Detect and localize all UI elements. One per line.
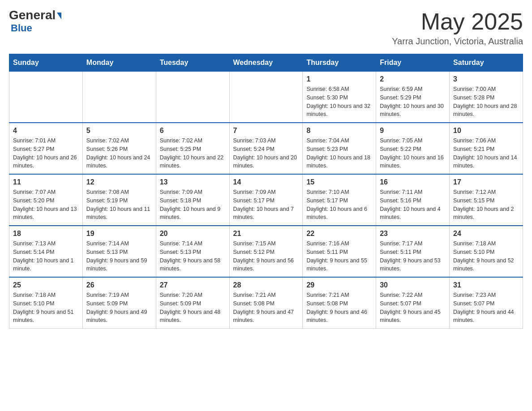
- day-info: Sunrise: 7:22 AMSunset: 5:07 PMDaylight:…: [380, 291, 446, 325]
- day-info: Sunrise: 7:04 AMSunset: 5:23 PMDaylight:…: [306, 137, 372, 170]
- day-number: 9: [380, 127, 446, 135]
- day-number: 20: [160, 230, 226, 238]
- day-number: 11: [13, 178, 79, 186]
- day-info: Sunrise: 7:14 AMSunset: 5:13 PMDaylight:…: [160, 240, 226, 273]
- day-number: 3: [453, 75, 519, 83]
- day-info: Sunrise: 7:18 AMSunset: 5:10 PMDaylight:…: [453, 240, 519, 273]
- day-info: Sunrise: 7:14 AMSunset: 5:13 PMDaylight:…: [86, 240, 152, 273]
- calendar-cell: 15Sunrise: 7:10 AMSunset: 5:17 PMDayligh…: [303, 174, 376, 226]
- calendar-cell: 16Sunrise: 7:11 AMSunset: 5:16 PMDayligh…: [376, 174, 450, 226]
- day-info: Sunrise: 7:23 AMSunset: 5:07 PMDaylight:…: [453, 291, 519, 325]
- calendar-cell: 31Sunrise: 7:23 AMSunset: 5:07 PMDayligh…: [450, 277, 523, 329]
- day-info: Sunrise: 7:15 AMSunset: 5:12 PMDaylight:…: [233, 240, 299, 273]
- weekday-header: Monday: [82, 54, 156, 72]
- calendar-cell: 30Sunrise: 7:22 AMSunset: 5:07 PMDayligh…: [376, 277, 450, 329]
- title-block: May 2025 Yarra Junction, Victoria, Austr…: [392, 9, 523, 47]
- calendar-cell: [229, 72, 303, 123]
- calendar-week-row: 11Sunrise: 7:07 AMSunset: 5:20 PMDayligh…: [9, 174, 523, 226]
- day-info: Sunrise: 7:00 AMSunset: 5:28 PMDaylight:…: [453, 85, 519, 119]
- calendar-cell: [156, 72, 229, 123]
- logo-general: General: [9, 9, 61, 21]
- day-number: 27: [160, 281, 226, 289]
- day-info: Sunrise: 7:17 AMSunset: 5:11 PMDaylight:…: [380, 240, 446, 273]
- calendar-cell: 11Sunrise: 7:07 AMSunset: 5:20 PMDayligh…: [9, 174, 83, 226]
- day-number: 5: [86, 127, 152, 135]
- day-number: 19: [86, 230, 152, 238]
- day-number: 18: [13, 230, 79, 238]
- calendar-cell: 18Sunrise: 7:13 AMSunset: 5:14 PMDayligh…: [9, 226, 83, 277]
- day-info: Sunrise: 7:02 AMSunset: 5:26 PMDaylight:…: [86, 137, 152, 170]
- calendar-cell: 5Sunrise: 7:02 AMSunset: 5:26 PMDaylight…: [82, 123, 156, 174]
- calendar-cell: 29Sunrise: 7:21 AMSunset: 5:08 PMDayligh…: [303, 277, 376, 329]
- location-title: Yarra Junction, Victoria, Australia: [392, 36, 523, 47]
- day-number: 16: [380, 178, 446, 186]
- day-info: Sunrise: 7:05 AMSunset: 5:22 PMDaylight:…: [380, 137, 446, 170]
- day-info: Sunrise: 7:20 AMSunset: 5:09 PMDaylight:…: [160, 291, 226, 325]
- day-info: Sunrise: 7:16 AMSunset: 5:11 PMDaylight:…: [306, 240, 372, 273]
- calendar-cell: 20Sunrise: 7:14 AMSunset: 5:13 PMDayligh…: [156, 226, 229, 277]
- day-info: Sunrise: 7:13 AMSunset: 5:14 PMDaylight:…: [13, 240, 79, 273]
- day-info: Sunrise: 7:06 AMSunset: 5:21 PMDaylight:…: [453, 137, 519, 170]
- calendar-cell: 21Sunrise: 7:15 AMSunset: 5:12 PMDayligh…: [229, 226, 303, 277]
- calendar-table: SundayMondayTuesdayWednesdayThursdayFrid…: [9, 54, 523, 329]
- day-info: Sunrise: 7:03 AMSunset: 5:24 PMDaylight:…: [233, 137, 299, 170]
- day-number: 10: [453, 127, 519, 135]
- calendar-cell: 14Sunrise: 7:09 AMSunset: 5:17 PMDayligh…: [229, 174, 303, 226]
- day-number: 12: [86, 178, 152, 186]
- calendar-cell: 17Sunrise: 7:12 AMSunset: 5:15 PMDayligh…: [450, 174, 523, 226]
- weekday-header: Wednesday: [229, 54, 303, 72]
- day-number: 4: [13, 127, 79, 135]
- day-number: 21: [233, 230, 299, 238]
- day-info: Sunrise: 7:18 AMSunset: 5:10 PMDaylight:…: [13, 291, 79, 325]
- day-info: Sunrise: 7:09 AMSunset: 5:18 PMDaylight:…: [160, 188, 226, 222]
- day-info: Sunrise: 7:07 AMSunset: 5:20 PMDaylight:…: [13, 188, 79, 222]
- weekday-header-row: SundayMondayTuesdayWednesdayThursdayFrid…: [9, 54, 523, 72]
- day-number: 7: [233, 127, 299, 135]
- weekday-header: Thursday: [303, 54, 376, 72]
- day-number: 25: [13, 281, 79, 289]
- calendar-cell: 8Sunrise: 7:04 AMSunset: 5:23 PMDaylight…: [303, 123, 376, 174]
- calendar-cell: 24Sunrise: 7:18 AMSunset: 5:10 PMDayligh…: [450, 226, 523, 277]
- day-number: 15: [306, 178, 372, 186]
- calendar-cell: 23Sunrise: 7:17 AMSunset: 5:11 PMDayligh…: [376, 226, 450, 277]
- day-number: 8: [306, 127, 372, 135]
- calendar-cell: 3Sunrise: 7:00 AMSunset: 5:28 PMDaylight…: [450, 72, 523, 123]
- calendar-cell: 1Sunrise: 6:58 AMSunset: 5:30 PMDaylight…: [303, 72, 376, 123]
- calendar-cell: 22Sunrise: 7:16 AMSunset: 5:11 PMDayligh…: [303, 226, 376, 277]
- day-number: 28: [233, 281, 299, 289]
- day-info: Sunrise: 6:58 AMSunset: 5:30 PMDaylight:…: [306, 85, 372, 119]
- calendar-cell: 19Sunrise: 7:14 AMSunset: 5:13 PMDayligh…: [82, 226, 156, 277]
- calendar-cell: [82, 72, 156, 123]
- calendar-cell: 25Sunrise: 7:18 AMSunset: 5:10 PMDayligh…: [9, 277, 83, 329]
- day-number: 14: [233, 178, 299, 186]
- calendar-cell: 28Sunrise: 7:21 AMSunset: 5:08 PMDayligh…: [229, 277, 303, 329]
- day-number: 30: [380, 281, 446, 289]
- day-info: Sunrise: 7:08 AMSunset: 5:19 PMDaylight:…: [86, 188, 152, 222]
- calendar-week-row: 4Sunrise: 7:01 AMSunset: 5:27 PMDaylight…: [9, 123, 523, 174]
- weekday-header: Saturday: [450, 54, 523, 72]
- calendar-week-row: 1Sunrise: 6:58 AMSunset: 5:30 PMDaylight…: [9, 72, 523, 123]
- day-info: Sunrise: 7:09 AMSunset: 5:17 PMDaylight:…: [233, 188, 299, 222]
- calendar-week-row: 18Sunrise: 7:13 AMSunset: 5:14 PMDayligh…: [9, 226, 523, 277]
- day-number: 6: [160, 127, 226, 135]
- day-info: Sunrise: 7:11 AMSunset: 5:16 PMDaylight:…: [380, 188, 446, 222]
- calendar-cell: 4Sunrise: 7:01 AMSunset: 5:27 PMDaylight…: [9, 123, 83, 174]
- weekday-header: Friday: [376, 54, 450, 72]
- day-info: Sunrise: 7:19 AMSunset: 5:09 PMDaylight:…: [86, 291, 152, 325]
- calendar-cell: [9, 72, 83, 123]
- page-header: General Blue May 2025 Yarra Junction, Vi…: [9, 9, 523, 47]
- day-info: Sunrise: 7:01 AMSunset: 5:27 PMDaylight:…: [13, 137, 79, 170]
- calendar-cell: 7Sunrise: 7:03 AMSunset: 5:24 PMDaylight…: [229, 123, 303, 174]
- day-number: 2: [380, 75, 446, 83]
- calendar-cell: 9Sunrise: 7:05 AMSunset: 5:22 PMDaylight…: [376, 123, 450, 174]
- calendar-cell: 13Sunrise: 7:09 AMSunset: 5:18 PMDayligh…: [156, 174, 229, 226]
- calendar-cell: 27Sunrise: 7:20 AMSunset: 5:09 PMDayligh…: [156, 277, 229, 329]
- calendar-cell: 6Sunrise: 7:02 AMSunset: 5:25 PMDaylight…: [156, 123, 229, 174]
- month-title: May 2025: [392, 9, 523, 34]
- day-info: Sunrise: 7:12 AMSunset: 5:15 PMDaylight:…: [453, 188, 519, 222]
- day-number: 26: [86, 281, 152, 289]
- day-number: 23: [380, 230, 446, 238]
- day-info: Sunrise: 7:02 AMSunset: 5:25 PMDaylight:…: [160, 137, 226, 170]
- weekday-header: Tuesday: [156, 54, 229, 72]
- day-number: 29: [306, 281, 372, 289]
